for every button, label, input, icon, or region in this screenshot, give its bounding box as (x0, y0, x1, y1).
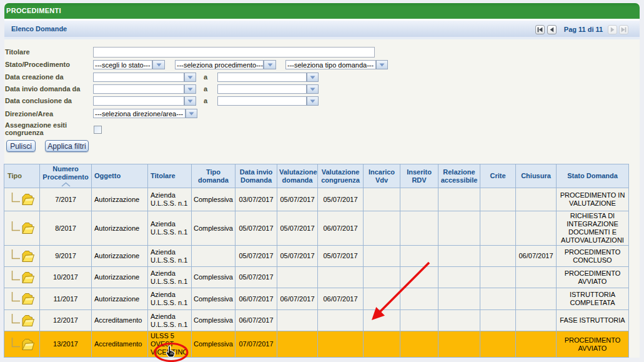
table-row-selected[interactable]: 13/2017AccreditamentoULSS 5 OVEST VICENT… (4, 331, 629, 358)
data-creazione-a-button[interactable] (307, 73, 319, 82)
column-header-label: Tipo domanda (198, 168, 229, 184)
data-invio-a-button[interactable] (307, 84, 319, 94)
cell-stato-domanda: FASE ISTRUTTORIA (557, 310, 629, 331)
cell-titolare: Azienda U.L.S.S. n.1 (148, 246, 192, 267)
table-body: 7/2017AutorizzazioneAzienda U.L.S.S. n.1… (4, 188, 629, 358)
cell-data-invio: 05/07/2017 (235, 267, 277, 288)
cell-titolare: Azienda U.L.S.S. n.1 (148, 288, 192, 310)
stato-combo-input[interactable]: ---scegli lo stato--- (93, 60, 152, 69)
cell-tipo-domanda: Complessiva (192, 288, 235, 310)
column-header-oggetto[interactable]: Oggetto (92, 164, 148, 188)
direzione-area-combo-input[interactable]: ---seleziona direzione/area--- (93, 109, 186, 118)
cell-tipo-icon[interactable] (4, 211, 40, 246)
column-header-crite[interactable]: Crite (480, 164, 516, 188)
last-page-button[interactable] (619, 25, 628, 34)
cell-oggetto: Autorizzazione (92, 288, 148, 310)
chevron-down-icon (267, 63, 273, 67)
cell-tipo-icon[interactable] (4, 310, 40, 331)
stato-combo-button[interactable] (152, 60, 165, 69)
column-header-label: Valutazione domanda (279, 168, 317, 184)
column-header-chiusura[interactable]: Chiusura (516, 164, 557, 188)
cell-oggetto: Accreditamento (92, 310, 148, 331)
previous-page-button[interactable] (547, 25, 557, 34)
data-conclusione-label: Data conclusione da (5, 97, 92, 104)
cell-inserito-rdv (400, 246, 438, 267)
column-header-data-invio[interactable]: Data invio Domanda (235, 164, 277, 188)
applica-filtri-button[interactable]: Applica filtri (45, 140, 89, 152)
cell-chiusura (516, 188, 557, 211)
tipo-domanda-combo-input[interactable]: ---seleziona tipo domanda--- (285, 60, 376, 69)
data-creazione-da-button[interactable] (184, 73, 196, 82)
data-conclusione-da-button[interactable] (184, 96, 196, 106)
chevron-down-icon (310, 76, 315, 79)
cell-tipo-icon[interactable] (4, 267, 40, 288)
column-header-numero[interactable]: Numero Procedimento (40, 164, 92, 188)
table-row[interactable]: 11/2017AutorizzazioneAzienda U.L.S.S. n.… (4, 288, 629, 310)
procedimento-combo-button[interactable] (264, 60, 276, 69)
assegnazione-esiti-checkbox[interactable] (94, 126, 102, 134)
folder-icon (22, 315, 34, 326)
cell-tipo-domanda: Complessiva (192, 310, 235, 331)
cell-tipo-icon[interactable] (4, 288, 40, 310)
direzione-area-combo-button[interactable] (186, 109, 197, 118)
cell-stato-domanda: PROCEDIMENTO AVVIATO (557, 267, 629, 288)
cell-titolare: Azienda U.L.S.S. n.1 (148, 310, 192, 331)
data-invio-da-button[interactable] (184, 84, 196, 94)
direzione-area-label: Direzione/Area (5, 110, 92, 118)
data-conclusione-a-button[interactable] (307, 96, 319, 106)
titolare-input[interactable] (93, 47, 375, 58)
cell-stato-domanda: PROCEDIMENTO CONCLUSO (557, 246, 629, 267)
data-invio-da-input[interactable] (93, 84, 184, 94)
cell-inserito-rdv (400, 188, 438, 211)
cell-valutazione-congruenza (318, 267, 364, 288)
data-creazione-label: Data creazione da (5, 73, 92, 81)
data-conclusione-a-label: a (204, 97, 207, 104)
cell-titolare: Azienda U.L.S.S. n.1 (148, 188, 192, 211)
table-row[interactable]: 9/2017AutorizzazioneAzienda U.L.S.S. n.1… (4, 246, 629, 267)
cell-oggetto: Autorizzazione (92, 246, 148, 267)
column-header-inserito-rdv[interactable]: Inserito RDV (400, 164, 438, 188)
cell-tipo-domanda: Complessiva (192, 211, 235, 246)
cell-tipo-domanda: Complessiva (192, 188, 235, 211)
procedimento-combo-input[interactable]: ---seleziona procedimento--- (175, 60, 264, 69)
table-row[interactable]: 8/2017AutorizzazioneAzienda U.L.S.S. n.1… (4, 211, 629, 246)
tipo-domanda-combo-button[interactable] (376, 60, 388, 69)
cell-tipo-icon[interactable] (4, 188, 40, 211)
next-page-button[interactable] (608, 25, 617, 34)
cell-numero: 8/2017 (40, 211, 92, 246)
column-header-label: Data invio Domanda (240, 168, 273, 184)
cell-incarico-vdv (364, 188, 400, 211)
chevron-down-icon (187, 76, 193, 79)
chevron-down-icon (310, 88, 315, 91)
data-conclusione-a-input[interactable] (217, 96, 307, 106)
table-row[interactable]: 12/2017AccreditamentoAzienda U.L.S.S. n.… (4, 310, 629, 331)
sort-ascending-icon (61, 182, 71, 187)
cell-crite (480, 331, 516, 358)
chevron-down-icon (187, 99, 193, 103)
column-header-valutazione-congruenza[interactable]: Valutazione congruenza (318, 164, 364, 188)
cell-stato-domanda: PROCEDIMENTO IN VALUTAZIONE (557, 188, 629, 211)
data-invio-a-input[interactable] (217, 84, 307, 94)
table-head: TipoNumero ProcedimentoOggettoTitolareTi… (4, 164, 629, 188)
tree-branch-line (12, 271, 21, 280)
cell-titolare: ULSS 5 OVEST VICENTINO (148, 331, 192, 358)
data-creazione-da-input[interactable] (93, 73, 184, 82)
table-row[interactable]: 7/2017AutorizzazioneAzienda U.L.S.S. n.1… (4, 188, 629, 211)
data-conclusione-da-input[interactable] (93, 96, 184, 106)
cell-valutazione-congruenza (318, 310, 364, 331)
table-row[interactable]: 10/2017AutorizzazioneAzienda U.L.S.S. n.… (4, 267, 629, 288)
cell-titolare: Azienda U.L.S.S. n.1 (148, 211, 192, 246)
pulisci-button[interactable]: Pulisci (6, 140, 36, 152)
first-page-button[interactable] (535, 25, 545, 34)
cell-incarico-vdv (364, 246, 400, 267)
column-header-tipo-domanda[interactable]: Tipo domanda (192, 164, 235, 188)
column-header-valutazione-domanda[interactable]: Valutazione domanda (277, 164, 318, 188)
column-header-incarico-vdv[interactable]: Incarico Vdv (364, 164, 400, 188)
column-header-relazione-accessibile[interactable]: Relazione accessibile (438, 164, 480, 188)
cell-tipo-icon[interactable] (4, 246, 40, 267)
column-header-titolare[interactable]: Titolare (148, 164, 192, 188)
column-header-stato-domanda[interactable]: Stato Domanda (557, 164, 629, 188)
cell-chiusura (516, 288, 557, 310)
cell-tipo-icon[interactable] (4, 331, 40, 358)
data-creazione-a-input[interactable] (217, 73, 307, 82)
